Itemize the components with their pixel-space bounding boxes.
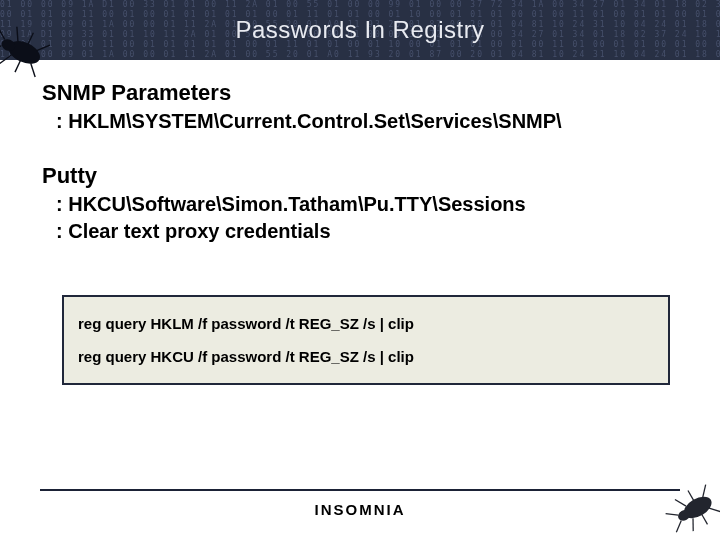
section-heading: Putty: [42, 163, 690, 189]
slide-title: Passwords In Registry: [235, 16, 484, 44]
svg-line-17: [688, 518, 699, 531]
footer: INSOMNIA: [0, 489, 720, 518]
bullet-item: HKLM\SYSTEM\Current.Control.Set\Services…: [42, 108, 690, 135]
svg-line-13: [673, 521, 686, 533]
command-line: reg query HKCU /f password /t REG_SZ /s …: [76, 340, 656, 373]
command-line: reg query HKLM /f password /t REG_SZ /s …: [76, 307, 656, 340]
section-putty: Putty HKCU\Software\Simon.Tatham\Pu.TTY\…: [42, 163, 690, 245]
command-box: reg query HKLM /f password /t REG_SZ /s …: [62, 295, 670, 385]
footer-brand: INSOMNIA: [315, 501, 406, 518]
section-heading: SNMP Parameters: [42, 80, 690, 106]
footer-divider: [40, 489, 680, 491]
section-snmp: SNMP Parameters HKLM\SYSTEM\Current.Cont…: [42, 80, 690, 135]
slide-body: SNMP Parameters HKLM\SYSTEM\Current.Cont…: [0, 60, 720, 385]
title-bar: 01 00 00 09 1A D1 00 33 01 01 00 11 2A 0…: [0, 0, 720, 60]
bullet-item: Clear text proxy credentials: [42, 218, 690, 245]
slide: 01 00 00 09 1A D1 00 33 01 01 00 11 2A 0…: [0, 0, 720, 540]
bullet-item: HKCU\Software\Simon.Tatham\Pu.TTY\Sessio…: [42, 191, 690, 218]
